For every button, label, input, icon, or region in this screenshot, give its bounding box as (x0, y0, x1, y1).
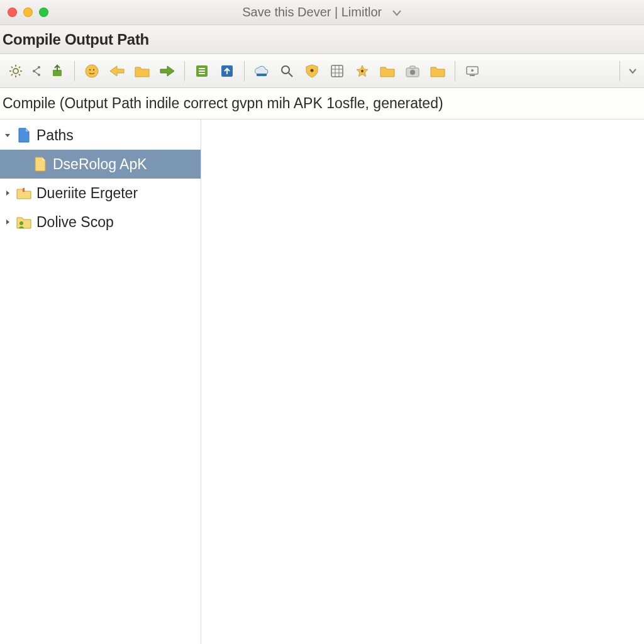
svg-rect-21 (257, 74, 267, 76)
tree-panel: Paths DseRolog ApK Dueriite Ergeter (0, 119, 201, 644)
tree-root-label: Paths (36, 127, 74, 144)
compile-description-text: Compile (Output Path indile correct gvpn… (3, 95, 443, 112)
grid-icon[interactable] (326, 60, 348, 82)
svg-line-23 (289, 73, 292, 77)
disclosure-spacer (18, 158, 30, 170)
svg-point-32 (410, 70, 415, 75)
chevron-right-icon[interactable] (1, 216, 14, 228)
svg-line-6 (19, 74, 20, 75)
tree-item-dolive-scop[interactable]: Dolive Scop (0, 208, 201, 236)
window-close-button[interactable] (8, 8, 17, 17)
titlebar: Save this Dever | Limitlor (0, 0, 644, 25)
tree-item-dserolog-apk[interactable]: DseRolog ApK (0, 150, 201, 179)
search-icon[interactable] (276, 60, 297, 82)
tree-item-label: DseRolog ApK (53, 156, 147, 173)
tree-item-label: Dolive Scop (36, 214, 114, 231)
star-icon[interactable] (352, 60, 373, 82)
settings-gear-icon[interactable] (5, 60, 26, 82)
window-maximize-button[interactable] (39, 8, 48, 17)
svg-line-5 (11, 67, 13, 68)
toolbar-separator (184, 61, 185, 81)
share-icon[interactable] (30, 60, 43, 82)
toolbar-separator (74, 61, 75, 81)
camera-icon[interactable] (402, 60, 423, 82)
window-minimize-button[interactable] (23, 8, 33, 17)
toolbar-separator (619, 61, 620, 81)
folder-person-icon (15, 213, 33, 231)
folder3-icon[interactable] (427, 60, 448, 82)
section-header: Compile Output Path (0, 25, 644, 54)
file-blue-icon (15, 126, 33, 144)
folder2-icon[interactable] (377, 60, 398, 82)
list-icon[interactable] (191, 60, 213, 82)
upload-blue-icon[interactable] (216, 60, 238, 82)
tree-item-dueriite-ergeter[interactable]: Dueriite Ergeter (0, 179, 201, 208)
folder-icon[interactable] (131, 60, 153, 82)
svg-line-8 (19, 67, 20, 68)
svg-point-35 (471, 69, 474, 72)
traffic-lights (8, 8, 48, 17)
toolbar-overflow-icon[interactable] (626, 68, 639, 74)
toolbar-separator (455, 61, 455, 81)
main-panel (201, 119, 644, 644)
import-icon[interactable] (47, 60, 68, 82)
section-title: Compile Output Path (3, 31, 149, 48)
back-icon[interactable] (106, 60, 128, 82)
forward-icon[interactable] (157, 60, 178, 82)
folder-yellow-icon (15, 184, 33, 202)
svg-line-7 (11, 74, 13, 75)
svg-point-22 (282, 66, 289, 74)
svg-point-38 (19, 221, 23, 225)
window-title: Save this Dever | Limitlor (0, 5, 644, 19)
sun-icon[interactable] (81, 60, 103, 82)
svg-point-14 (89, 69, 91, 70)
chevron-down-icon[interactable] (1, 129, 14, 142)
svg-point-0 (13, 69, 18, 74)
toolbar (0, 54, 644, 88)
svg-point-13 (86, 65, 98, 77)
svg-rect-33 (410, 66, 415, 69)
chevron-right-icon[interactable] (1, 187, 14, 199)
tree-item-label: Dueriite Ergeter (36, 185, 138, 202)
file-yellow-icon (31, 155, 49, 173)
svg-rect-36 (470, 75, 475, 76)
cloud-icon[interactable] (251, 60, 272, 82)
svg-rect-37 (23, 188, 25, 192)
svg-point-24 (311, 69, 314, 72)
svg-point-30 (361, 70, 364, 72)
device-icon[interactable] (462, 60, 483, 82)
window-title-text: Save this Dever | Limitlor (242, 5, 382, 19)
svg-rect-25 (331, 65, 343, 77)
tree-root-paths[interactable]: Paths (0, 121, 201, 150)
compile-description-bar: Compile (Output Path indile correct gvpn… (0, 88, 644, 119)
content-area: Paths DseRolog ApK Dueriite Ergeter (0, 119, 644, 644)
svg-point-15 (93, 69, 94, 70)
toolbar-separator (244, 61, 245, 81)
shield-icon[interactable] (301, 60, 323, 82)
title-dropdown-icon[interactable] (392, 9, 402, 17)
